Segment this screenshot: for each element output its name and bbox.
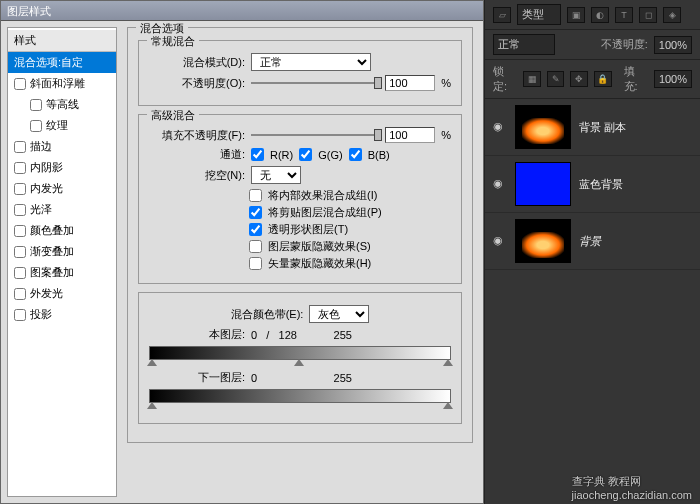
visibility-icon[interactable]: ◉	[493, 120, 507, 134]
opacity-input[interactable]: 100	[385, 75, 435, 91]
visibility-icon[interactable]: ◉	[493, 177, 507, 191]
general-blend-fieldset: 常规混合 混合模式(D): 正常 不透明度(O): 100 %	[138, 40, 462, 106]
style-gradient-overlay[interactable]: 渐变叠加	[8, 241, 116, 262]
panel-opacity-value[interactable]: 100%	[654, 36, 692, 54]
layer-name[interactable]: 蓝色背景	[579, 177, 623, 192]
inner-shadow-checkbox[interactable]	[14, 162, 26, 174]
layers-panel: ▱ 类型 ▣ ◐ T ◻ ◈ 正常 不透明度: 100% 锁定: ▦ ✎ ✥ 🔒…	[484, 0, 700, 504]
pattern-overlay-checkbox[interactable]	[14, 267, 26, 279]
style-outer-glow[interactable]: 外发光	[8, 283, 116, 304]
filter-kind-select[interactable]: 类型	[517, 4, 561, 25]
channels-label: 通道:	[149, 147, 245, 162]
this-layer-label: 本图层:	[149, 327, 245, 342]
bevel-checkbox[interactable]	[14, 78, 26, 90]
style-satin[interactable]: 光泽	[8, 199, 116, 220]
blend-mode-label: 混合模式(D):	[149, 55, 245, 70]
check-clipped[interactable]	[249, 206, 262, 219]
lock-position-icon[interactable]: ✥	[570, 71, 588, 87]
check-interior[interactable]	[249, 189, 262, 202]
style-contour[interactable]: 等高线	[8, 94, 116, 115]
layer-row[interactable]: ◉ 背景	[485, 213, 700, 270]
under-layer-gradient[interactable]	[149, 389, 451, 403]
layer-name[interactable]: 背景	[579, 234, 601, 249]
general-blend-title: 常规混合	[147, 34, 199, 49]
dialog-title: 图层样式	[7, 5, 51, 17]
contour-checkbox[interactable]	[30, 99, 42, 111]
drop-shadow-checkbox[interactable]	[14, 309, 26, 321]
blend-options-fieldset: 混合选项 常规混合 混合模式(D): 正常 不透明度(O): 100 %	[127, 27, 473, 443]
styles-header[interactable]: 样式	[8, 30, 116, 52]
panel-opacity-label: 不透明度:	[601, 37, 648, 52]
check-vector-mask[interactable]	[249, 257, 262, 270]
blend-if-fieldset: 混合颜色带(E): 灰色 本图层:0 / 128 255 下一图层:0 255	[138, 292, 462, 424]
visibility-icon[interactable]: ◉	[493, 234, 507, 248]
fill-opacity-input[interactable]: 100	[385, 127, 435, 143]
under-layer-label: 下一图层:	[149, 370, 245, 385]
gradient-overlay-checkbox[interactable]	[14, 246, 26, 258]
style-stroke[interactable]: 描边	[8, 136, 116, 157]
satin-checkbox[interactable]	[14, 204, 26, 216]
percent-label: %	[441, 77, 451, 89]
layer-style-dialog: 图层样式 样式 混合选项:自定 斜面和浮雕 等高线 纹理 描边 内阴影 内发光 …	[0, 0, 484, 504]
style-color-overlay[interactable]: 颜色叠加	[8, 220, 116, 241]
under-layer-values: 0 255	[251, 372, 352, 384]
inner-glow-checkbox[interactable]	[14, 183, 26, 195]
blend-if-label: 混合颜色带(E):	[231, 307, 304, 322]
outer-glow-checkbox[interactable]	[14, 288, 26, 300]
style-bevel[interactable]: 斜面和浮雕	[8, 73, 116, 94]
opacity-label: 不透明度(O):	[149, 76, 245, 91]
blend-if-select[interactable]: 灰色	[309, 305, 369, 323]
blending-options-item[interactable]: 混合选项:自定	[8, 52, 116, 73]
lock-pixels-icon[interactable]: ✎	[547, 71, 565, 87]
layer-row[interactable]: ◉ 蓝色背景	[485, 156, 700, 213]
watermark: 查字典 教程网 jiaocheng.chazidian.com	[572, 474, 692, 501]
style-texture[interactable]: 纹理	[8, 115, 116, 136]
lock-transparent-icon[interactable]: ▦	[523, 71, 541, 87]
filter-type-icon[interactable]: T	[615, 7, 633, 23]
lock-label: 锁定:	[493, 64, 517, 94]
fill-opacity-slider[interactable]	[251, 129, 379, 141]
style-inner-glow[interactable]: 内发光	[8, 178, 116, 199]
fill-value[interactable]: 100%	[654, 70, 692, 88]
fill-opacity-label: 填充不透明度(F):	[149, 128, 245, 143]
style-drop-shadow[interactable]: 投影	[8, 304, 116, 325]
layer-row[interactable]: ◉ 背景 副本	[485, 99, 700, 156]
main-panel: 混合选项 常规混合 混合模式(D): 正常 不透明度(O): 100 %	[117, 21, 483, 503]
channel-g-checkbox[interactable]	[299, 148, 312, 161]
opacity-slider[interactable]	[251, 77, 379, 89]
this-layer-values: 0 / 128 255	[251, 329, 352, 341]
blend-mode-select[interactable]: 正常	[251, 53, 371, 71]
filter-pixel-icon[interactable]: ▣	[567, 7, 585, 23]
channel-r-checkbox[interactable]	[251, 148, 264, 161]
layer-blend-mode[interactable]: 正常	[493, 34, 555, 55]
stroke-checkbox[interactable]	[14, 141, 26, 153]
knockout-label: 挖空(N):	[149, 168, 245, 183]
advanced-blend-title: 高级混合	[147, 108, 199, 123]
dialog-titlebar[interactable]: 图层样式	[1, 1, 483, 21]
styles-list: 样式 混合选项:自定 斜面和浮雕 等高线 纹理 描边 内阴影 内发光 光泽 颜色…	[7, 27, 117, 497]
layer-thumbnail[interactable]	[515, 219, 571, 263]
this-layer-gradient[interactable]	[149, 346, 451, 360]
layer-thumbnail[interactable]	[515, 162, 571, 206]
check-layer-mask[interactable]	[249, 240, 262, 253]
style-inner-shadow[interactable]: 内阴影	[8, 157, 116, 178]
lock-all-icon[interactable]: 🔒	[594, 71, 612, 87]
style-pattern-overlay[interactable]: 图案叠加	[8, 262, 116, 283]
texture-checkbox[interactable]	[30, 120, 42, 132]
layer-thumbnail[interactable]	[515, 105, 571, 149]
check-transparency[interactable]	[249, 223, 262, 236]
fill-label: 填充:	[624, 64, 648, 94]
knockout-select[interactable]: 无	[251, 166, 301, 184]
filter-shape-icon[interactable]: ◻	[639, 7, 657, 23]
filter-kind-icon[interactable]: ▱	[493, 7, 511, 23]
layer-name[interactable]: 背景 副本	[579, 120, 626, 135]
filter-smart-icon[interactable]: ◈	[663, 7, 681, 23]
color-overlay-checkbox[interactable]	[14, 225, 26, 237]
channel-b-checkbox[interactable]	[349, 148, 362, 161]
advanced-blend-fieldset: 高级混合 填充不透明度(F): 100 % 通道: R(R) G(G) B(B)	[138, 114, 462, 284]
filter-adjust-icon[interactable]: ◐	[591, 7, 609, 23]
